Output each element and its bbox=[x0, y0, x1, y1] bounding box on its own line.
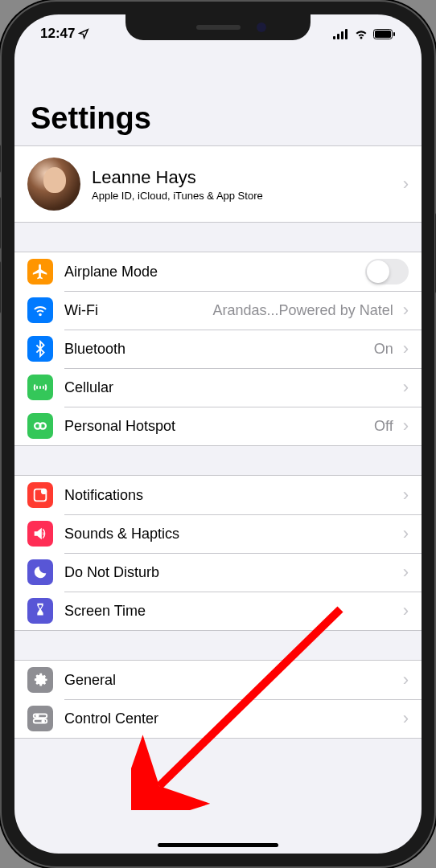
row-value: On bbox=[374, 341, 393, 358]
dnd-row[interactable]: Do Not Disturb › bbox=[14, 553, 422, 592]
airplane-toggle[interactable] bbox=[365, 259, 409, 285]
chevron-right-icon: › bbox=[403, 562, 409, 583]
content-area: Settings Leanne Hays Apple ID, iCloud, i… bbox=[14, 53, 422, 854]
chevron-right-icon: › bbox=[403, 523, 409, 544]
page-title: Settings bbox=[14, 53, 422, 145]
hotspot-icon bbox=[27, 413, 53, 439]
control-center-row[interactable]: Control Center › bbox=[14, 699, 422, 738]
connectivity-group: Airplane Mode Wi-Fi Arandas...Powered by… bbox=[14, 252, 422, 446]
row-label: Screen Time bbox=[64, 603, 400, 620]
row-label: Bluetooth bbox=[64, 341, 374, 358]
avatar bbox=[27, 158, 80, 211]
row-label: Do Not Disturb bbox=[64, 564, 400, 581]
home-indicator[interactable] bbox=[158, 843, 278, 847]
hotspot-row[interactable]: Personal Hotspot Off › bbox=[14, 407, 422, 445]
svg-rect-1 bbox=[337, 34, 339, 39]
row-label: Control Center bbox=[64, 710, 400, 727]
chevron-right-icon: › bbox=[403, 416, 409, 436]
screen: 12:47 bbox=[14, 14, 422, 854]
chevron-right-icon: › bbox=[403, 300, 409, 321]
svg-point-8 bbox=[40, 423, 46, 428]
bluetooth-row[interactable]: Bluetooth On › bbox=[14, 330, 422, 368]
general-row[interactable]: General › bbox=[14, 661, 422, 699]
wifi-status-icon bbox=[354, 29, 368, 39]
airplane-mode-row[interactable]: Airplane Mode bbox=[14, 252, 422, 291]
row-label: Sounds & Haptics bbox=[64, 526, 400, 542]
notifications-row[interactable]: Notifications › bbox=[14, 476, 422, 514]
row-label: General bbox=[64, 672, 400, 689]
sounds-icon bbox=[27, 521, 53, 547]
status-time: 12:47 bbox=[40, 26, 75, 42]
control-center-icon bbox=[27, 706, 53, 731]
cellular-signal-icon bbox=[333, 29, 349, 39]
cellular-icon bbox=[27, 375, 53, 400]
svg-point-10 bbox=[42, 489, 47, 494]
airplane-icon bbox=[27, 259, 53, 285]
phone-frame: 12:47 bbox=[0, 0, 436, 868]
bluetooth-icon bbox=[27, 336, 53, 362]
row-value: Off bbox=[374, 418, 393, 435]
sounds-row[interactable]: Sounds & Haptics › bbox=[14, 514, 422, 553]
wifi-icon bbox=[27, 297, 53, 323]
location-arrow-icon bbox=[78, 28, 89, 39]
profile-group: Leanne Hays Apple ID, iCloud, iTunes & A… bbox=[14, 145, 422, 223]
svg-rect-2 bbox=[341, 31, 343, 39]
chevron-right-icon: › bbox=[403, 174, 409, 194]
svg-point-12 bbox=[36, 714, 39, 717]
volume-down-button bbox=[0, 261, 1, 313]
row-label: Wi-Fi bbox=[64, 302, 213, 319]
system-group: General › Control Center › bbox=[14, 660, 422, 739]
row-label: Cellular bbox=[64, 379, 400, 396]
svg-rect-3 bbox=[345, 29, 348, 39]
mute-switch bbox=[0, 145, 1, 173]
volume-up-button bbox=[0, 197, 1, 249]
chevron-right-icon: › bbox=[403, 669, 409, 690]
svg-rect-5 bbox=[375, 31, 391, 38]
chevron-right-icon: › bbox=[403, 377, 409, 398]
alerts-group: Notifications › Sounds & Haptics › Do No… bbox=[14, 475, 422, 631]
chevron-right-icon: › bbox=[403, 708, 409, 729]
row-label: Notifications bbox=[64, 487, 400, 504]
svg-rect-6 bbox=[393, 32, 395, 36]
svg-point-14 bbox=[42, 720, 44, 723]
screentime-row[interactable]: Screen Time › bbox=[14, 592, 422, 630]
screentime-icon bbox=[27, 598, 53, 624]
chevron-right-icon: › bbox=[403, 485, 409, 506]
profile-row[interactable]: Leanne Hays Apple ID, iCloud, iTunes & A… bbox=[14, 146, 422, 222]
profile-name: Leanne Hays bbox=[92, 167, 400, 188]
row-value: Arandas...Powered by Natel bbox=[213, 302, 393, 319]
notch bbox=[125, 14, 311, 40]
notifications-icon bbox=[27, 482, 53, 508]
cellular-row[interactable]: Cellular › bbox=[14, 368, 422, 407]
row-label: Personal Hotspot bbox=[64, 418, 374, 435]
battery-icon bbox=[373, 29, 396, 39]
profile-subtitle: Apple ID, iCloud, iTunes & App Store bbox=[92, 190, 400, 202]
dnd-icon bbox=[27, 559, 53, 585]
row-label: Airplane Mode bbox=[64, 264, 365, 280]
wifi-row[interactable]: Wi-Fi Arandas...Powered by Natel › bbox=[14, 291, 422, 330]
general-icon bbox=[27, 667, 53, 693]
chevron-right-icon: › bbox=[403, 338, 409, 359]
svg-rect-0 bbox=[333, 36, 335, 39]
chevron-right-icon: › bbox=[403, 600, 409, 621]
